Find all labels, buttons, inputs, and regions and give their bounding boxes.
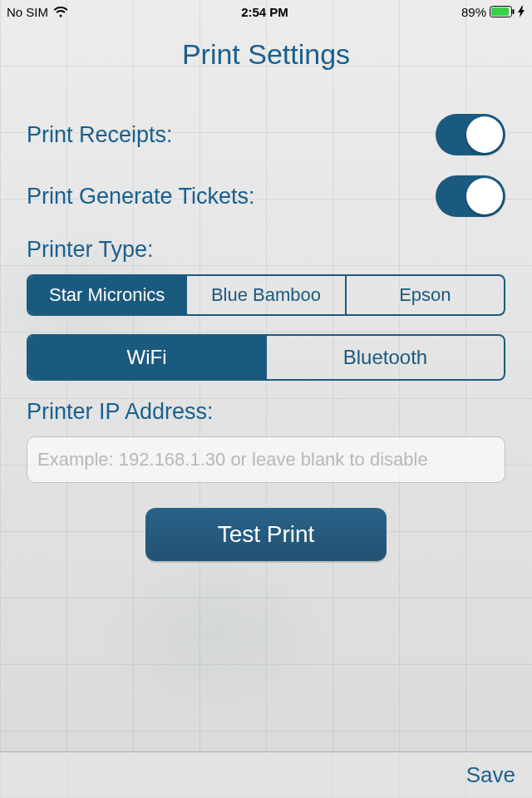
printer-ip-input[interactable] [27,436,505,483]
charging-icon [518,6,525,17]
printer-type-option-blue-bamboo[interactable]: Blue Bamboo [187,276,346,314]
status-bar: No SIM 2:54 PM 89% [0,0,532,23]
connection-option-wifi[interactable]: WiFi [28,336,267,379]
page-title: Print Settings [0,38,532,71]
battery-pct: 89% [461,5,486,19]
printer-ip-label: Printer IP Address: [27,399,505,425]
footer-bar: Save [0,751,532,798]
printer-type-label: Printer Type: [27,237,505,263]
print-generate-tickets-toggle[interactable] [436,175,505,217]
battery-icon [490,6,515,17]
print-generate-tickets-row: Print Generate Tickets: [27,175,505,217]
wifi-icon [53,7,68,17]
connection-option-bluetooth[interactable]: Bluetooth [267,336,504,379]
print-receipts-toggle[interactable] [436,114,505,155]
carrier-text: No SIM [7,5,48,19]
printer-type-segmented: Star Micronics Blue Bamboo Epson [27,274,505,316]
test-print-button[interactable]: Test Print [145,508,387,561]
save-button[interactable]: Save [466,762,515,788]
page-header: Print Settings [0,23,532,77]
svg-rect-2 [513,9,515,14]
printer-type-option-epson[interactable]: Epson [347,276,504,314]
print-receipts-row: Print Receipts: [27,114,505,155]
print-receipts-label: Print Receipts: [27,122,173,148]
print-generate-tickets-label: Print Generate Tickets: [27,184,255,209]
printer-type-option-star-micronics[interactable]: Star Micronics [28,276,187,314]
svg-rect-1 [491,7,509,16]
status-time: 2:54 PM [241,5,288,19]
connection-segmented: WiFi Bluetooth [27,334,505,381]
